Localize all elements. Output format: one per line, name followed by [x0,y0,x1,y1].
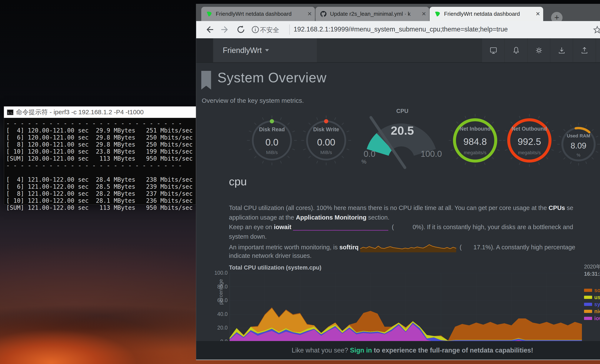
page-title: System Overview [217,70,327,85]
gauge-net-outbound[interactable]: Net Outbound 992.5 megabits/s [501,112,558,169]
tab-label: FriendlyWrt netdata dashboard [444,11,534,17]
paragraph-text: ( [458,244,462,251]
gauge-label: Disk Write [299,126,354,132]
signin-text: Like what you see? [292,346,350,354]
bookmark-icon [201,71,211,90]
cpu-paragraph-line: system down. [229,233,267,243]
gauge-label: Net Inbound [446,126,504,132]
gauge-min: 0.0 [364,149,375,159]
import-button[interactable] [550,38,573,62]
address-bar-row: 不安全 192.168.2.1:19999/#menu_system_subme… [196,21,600,38]
chart-legend: softirqusersystemniceiowait [584,287,600,322]
y-axis-tick: 20.0 [210,325,228,331]
legend-item-nice[interactable]: nice [584,308,600,315]
legend-label: user [594,294,600,300]
info-circle-icon[interactable] [251,25,260,34]
gauge-label: Net Outbound [501,126,558,132]
cpu-paragraph-line: Total CPU utilization (all cores). 100% … [229,205,573,214]
paragraph-text: ). If it is constantly high, your disks … [422,224,573,230]
cpu-chart-plot[interactable] [230,273,582,342]
tab-strip: FriendlyWrt netdata dashboard ✕ Update r… [196,4,600,21]
legend-swatch [584,317,592,320]
signin-link[interactable]: Sign in [350,346,372,354]
iowait-sparkline[interactable] [292,224,389,231]
tab-close-icon[interactable]: ✕ [307,11,312,17]
paragraph-text: An important metric worth monitoring, is [229,244,339,251]
paragraph-text: application usage at the [229,214,296,221]
paragraph-text: section. [366,214,389,221]
legend-label: nice [594,308,600,314]
inline-link[interactable]: Applications Monitoring [296,214,366,221]
back-arrow-icon[interactable] [204,24,215,35]
forward-arrow-icon[interactable] [220,24,230,35]
softirq-sparkline[interactable] [360,243,457,252]
bookmark-star-icon[interactable] [593,26,600,34]
signin-bar: Like what you see? Sign in to experience… [196,341,600,360]
gauge-unit: megabits/s [501,150,558,156]
gauge-value: 8.09 [555,141,600,150]
legend-swatch [584,289,592,292]
terminal-text: - - - - - - - - - - - - - - - - - - - - … [4,118,196,211]
monitor-button[interactable] [482,38,505,62]
tab-github[interactable]: Update r2s_lean_minimal.yml · k ✕ [316,7,429,21]
chart-title: Total CPU utilization (system.cpu) [229,264,321,271]
settings-button[interactable] [528,38,550,62]
reload-icon[interactable] [236,24,246,35]
gauge-value: 20.5 [360,124,445,137]
legend-item-user[interactable]: user [584,294,600,301]
paragraph-text: se [565,205,573,211]
paragraph-text: iowait [274,224,291,230]
legend-swatch [584,296,592,299]
legend-label: softirq [594,287,600,293]
gauge-cpu[interactable]: CPU 20.5 0.0 100.0 % [360,107,445,171]
monitor-icon [489,46,498,55]
settings-gear-icon [535,46,543,55]
gauge-used-ram[interactable]: Used RAM 8.09 % [555,121,600,168]
tab-netdata-1[interactable]: FriendlyWrt netdata dashboard ✕ [201,7,315,21]
y-axis-label: percentage [218,269,224,315]
host-dropdown[interactable]: FriendlyWrt [213,38,317,62]
legend-swatch [584,310,592,313]
gauge-value: 0.00 [299,137,354,148]
paragraph-text: softirq [339,244,358,251]
tab-netdata-2-active[interactable]: FriendlyWrt netdata dashboard ✕ [430,7,543,21]
gauge-arc [576,128,589,132]
url-field[interactable]: 192.168.2.1:19999/#menu_system_submenu_c… [294,26,508,33]
legend-item-iowait[interactable]: iowait [584,315,600,322]
gauge-unit: MiB/s [244,150,300,155]
legend-item-system[interactable]: system [584,301,600,308]
terminal-window[interactable]: C:\. 命令提示符 - iperf3 -c 192.168.1.2 -P4 -… [4,106,196,205]
gauge-net-inbound[interactable]: Net Inbound 984.8 megabits/s [446,112,504,169]
paragraph-text: ( [390,224,394,230]
paragraph-text: indicate network driver issues. [229,252,311,259]
navbar-left-strip [196,38,213,62]
download-icon [557,46,566,55]
tab-label: FriendlyWrt netdata dashboard [216,11,305,17]
chevron-down-icon [265,49,269,51]
gauge-disk-write[interactable]: Disk Write 0.00 MiB/s [299,113,354,168]
paragraph-text: system down. [229,233,267,240]
legend-item-softirq[interactable]: softirq [584,287,600,294]
host-name: FriendlyWrt [223,46,262,55]
signin-text: to experience the full-range of netdata … [372,346,533,354]
terminal-title-bar[interactable]: C:\. 命令提示符 - iperf3 -c 192.168.1.2 -P4 -… [4,106,196,118]
security-label[interactable]: 不安全 [260,26,279,35]
paragraph-text: 0% [394,224,422,230]
netdata-logo-icon [434,11,441,17]
inline-link[interactable]: CPUs [549,205,565,211]
status-dot [324,119,328,123]
tab-label: Update r2s_lean_minimal.yml · k [330,11,419,17]
export-button[interactable] [573,38,596,62]
legend-label: system [594,301,600,308]
terminal-output: - - - - - - - - - - - - - - - - - - - - … [4,118,196,205]
legend-swatch [584,303,592,306]
gauge-disk-read[interactable]: Disk Read 0.0 MiB/s [244,113,300,168]
gauge-max: 100.0 [421,149,442,159]
chart-time: 16:31:2 [584,271,600,277]
tab-close-icon[interactable]: ✕ [535,11,540,17]
alarms-button[interactable] [505,38,527,62]
cpu-paragraph-line: application usage at the Applications Mo… [229,214,389,224]
tab-close-icon[interactable]: ✕ [422,11,426,17]
partial-button[interactable] [596,38,600,62]
legend-label: iowait [594,315,600,321]
